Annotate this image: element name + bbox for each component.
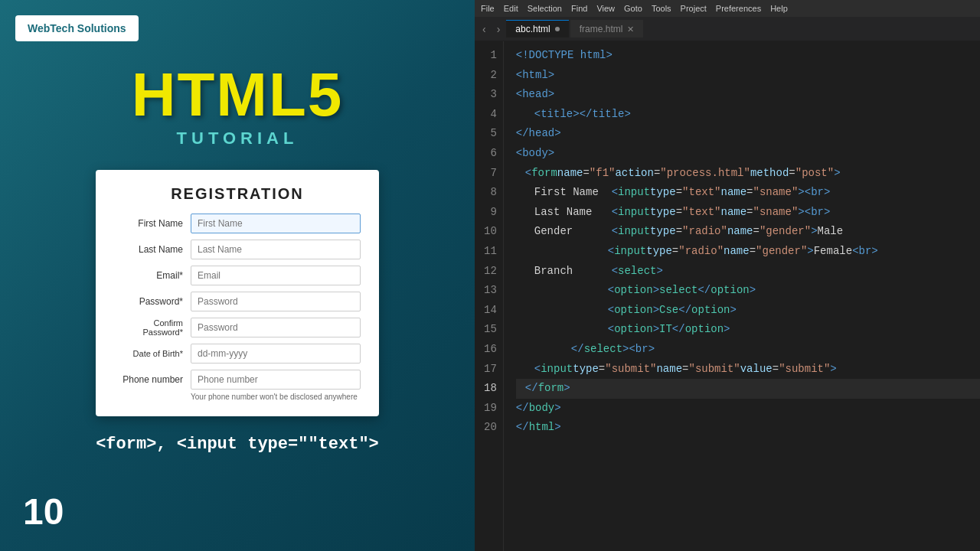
code-line-16: </select > <br> [516, 340, 980, 360]
editor-body: 12345 678910 1112131415 1617181920 <!DOC… [475, 41, 980, 551]
code-line-4: <title></title> [516, 105, 980, 125]
tab-abc-html[interactable]: abc.html [506, 20, 568, 37]
label-password: Password* [114, 296, 183, 307]
code-line-7: <form name="f1" action="process.html" me… [516, 164, 980, 184]
code-line-1: <!DOCTYPE html> [516, 46, 980, 66]
line-numbers: 12345 678910 1112131415 1617181920 [475, 41, 504, 551]
input-email[interactable] [191, 266, 361, 285]
code-line-10: Gender <input type="radio" name="gender"… [516, 222, 980, 242]
form-row-lastname: Last Name [114, 240, 361, 259]
code-line-17: <input type="submit" name="submit" value… [516, 360, 980, 380]
registration-form-card: REGISTRATION First Name Last Name Email*… [96, 170, 379, 416]
slide-number: 10 [23, 491, 64, 533]
input-lastname[interactable] [191, 240, 361, 259]
logo-box: WebTech Solutions [15, 15, 139, 41]
form-row-confirm-password: Confirm Password* [114, 318, 361, 337]
tutorial-label: TUTORIAL [177, 129, 299, 148]
code-line-2: <html> [516, 66, 980, 86]
menu-edit[interactable]: Edit [504, 4, 518, 13]
form-row-email: Email* [114, 266, 361, 285]
label-dob: Date of Birth* [114, 349, 183, 358]
input-password[interactable] [191, 292, 361, 311]
label-firstname: First Name [114, 218, 183, 229]
code-area: <!DOCTYPE html> <html> <head> <title></t… [504, 41, 980, 551]
code-line-20: </html > [516, 418, 980, 438]
menu-find[interactable]: Find [571, 4, 587, 13]
logo-text: WebTech Solutions [28, 22, 126, 34]
form-row-password: Password* [114, 292, 361, 311]
tab-nav-left[interactable]: ‹ [478, 23, 491, 35]
menu-help[interactable]: Help [770, 4, 788, 13]
menu-selection[interactable]: Selection [528, 4, 562, 13]
phone-hint: Your phone number won't be disclosed any… [191, 393, 361, 401]
code-line-13: <option > select </option > [516, 281, 980, 301]
html5-title: HTML5 [132, 64, 344, 126]
code-line-8: First Name <input type="text" name="snam… [516, 183, 980, 203]
code-line-6: <body> [516, 144, 980, 164]
tab-frame-html-label: frame.html [580, 24, 623, 34]
form-row-firstname: First Name [114, 214, 361, 233]
menu-project[interactable]: Project [681, 4, 707, 13]
left-panel: WebTech Solutions HTML5 TUTORIAL REGISTR… [0, 0, 475, 551]
code-line-9: Last Name <input type="text" name="sname… [516, 203, 980, 223]
code-line-19: </body > [516, 399, 980, 419]
right-panel: File Edit Selection Find View Goto Tools… [475, 0, 980, 551]
bottom-code: <form>, <input type=""text"> [96, 435, 379, 454]
editor-tabs: ‹ › abc.html frame.html ✕ [475, 17, 980, 41]
input-phone[interactable] [191, 370, 361, 390]
code-line-3: <head> [516, 85, 980, 105]
menu-goto[interactable]: Goto [624, 4, 642, 13]
input-firstname[interactable] [191, 214, 361, 233]
code-line-14: <option > Cse </option > [516, 301, 980, 321]
input-confirm-password[interactable] [191, 318, 361, 337]
form-row-phone: Phone number [114, 370, 361, 390]
code-line-11: <input type="radio" name="gender" > Fema… [516, 242, 980, 262]
code-line-18: </form > [516, 379, 980, 399]
menu-view[interactable]: View [596, 4, 615, 13]
label-lastname: Last Name [114, 244, 183, 255]
label-phone: Phone number [114, 374, 183, 385]
label-confirm-password: Confirm Password* [114, 318, 183, 337]
tab-nav-right[interactable]: › [492, 23, 505, 35]
code-line-15: <option > IT </option > [516, 320, 980, 340]
code-line-5: </head> [516, 124, 980, 144]
menu-tools[interactable]: Tools [652, 4, 671, 13]
tab-abc-dot [555, 27, 560, 31]
editor-menubar: File Edit Selection Find View Goto Tools… [475, 0, 980, 17]
form-row-dob: Date of Birth* [114, 344, 361, 364]
tab-frame-html[interactable]: frame.html ✕ [570, 20, 644, 37]
label-email: Email* [114, 270, 183, 281]
menu-file[interactable]: File [481, 4, 495, 13]
tab-abc-html-label: abc.html [515, 24, 550, 34]
input-dob[interactable] [191, 344, 361, 364]
menu-preferences[interactable]: Preferences [716, 4, 761, 13]
tab-frame-close-icon[interactable]: ✕ [627, 24, 634, 34]
code-line-12: Branch <select > [516, 262, 980, 282]
form-title: REGISTRATION [114, 185, 361, 203]
